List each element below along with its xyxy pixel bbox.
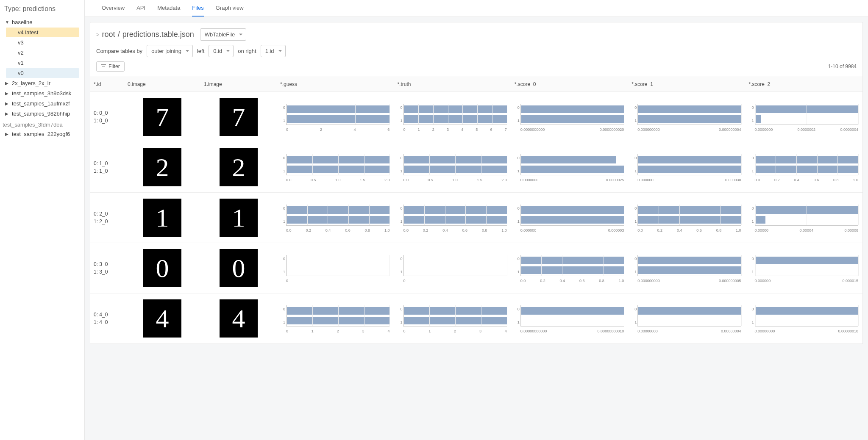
- mini-bar-chart[interactable]: 010.0000000.000030: [632, 152, 742, 182]
- chart-xtick: 4: [354, 127, 356, 132]
- image-0-cell[interactable]: 7: [124, 92, 200, 142]
- mini-bar-chart[interactable]: 010246: [280, 102, 390, 132]
- mini-bar-chart[interactable]: 010.00.20.40.60.81.0: [515, 253, 625, 283]
- bar-series-0: [638, 257, 741, 264]
- digit-image: 7: [220, 98, 258, 136]
- column-header[interactable]: 1.image: [200, 77, 277, 91]
- chart-ytick: 1: [281, 270, 285, 274]
- tree-group[interactable]: ▶test_samples_1aufmxzf: [2, 99, 81, 108]
- mini-bar-chart[interactable]: 010.00000000.0000025: [515, 152, 625, 182]
- id-cell: 0: 2_01: 2_0: [90, 204, 124, 231]
- tab-api[interactable]: API: [136, 0, 145, 17]
- mini-bar-chart[interactable]: 010.000000000.00000010: [749, 304, 859, 333]
- image-1-cell[interactable]: 4: [200, 293, 277, 343]
- tree-group[interactable]: ▶test_samples_982bhhip: [2, 109, 81, 119]
- mini-bar-chart[interactable]: 010.0000000.000003: [515, 203, 625, 232]
- score_2-cell: 010.00000000.00000020.0000004: [746, 96, 862, 138]
- tree-group[interactable]: ▶2x_layers_2x_lr: [2, 78, 81, 88]
- mini-bar-chart[interactable]: 010.00.51.01.52.0: [280, 152, 390, 182]
- tab-graph-view[interactable]: Graph view: [216, 0, 244, 17]
- image-1-cell[interactable]: 2: [200, 142, 277, 192]
- join-select[interactable]: outer joining: [147, 45, 193, 57]
- chart-ytick: 1: [750, 169, 754, 173]
- right-key-select[interactable]: 1.id: [261, 45, 286, 57]
- image-0-cell[interactable]: 2: [124, 142, 200, 192]
- chart-ytick: 0: [632, 105, 637, 110]
- tab-files[interactable]: Files: [192, 0, 203, 17]
- mini-bar-chart[interactable]: 010.00.20.40.60.81.0: [397, 203, 507, 232]
- mini-bar-chart[interactable]: 010.00.20.40.60.81.0: [632, 203, 742, 232]
- tab-overview[interactable]: Overview: [102, 0, 125, 17]
- column-header[interactable]: 0.image: [124, 77, 200, 91]
- tree-leaf[interactable]: v0: [6, 68, 79, 78]
- chart-xtick: 0.4: [326, 228, 331, 232]
- mini-bar-chart[interactable]: 010.0000000000.000000005: [632, 253, 742, 283]
- tab-metadata[interactable]: Metadata: [157, 0, 180, 17]
- column-header[interactable]: *.guess: [277, 77, 394, 91]
- mini-bar-chart[interactable]: 010.0000000000.000000004: [632, 102, 742, 132]
- column-header[interactable]: *.score_1: [628, 77, 745, 91]
- chart-ytick: 1: [632, 169, 637, 173]
- image-1-cell[interactable]: 0: [200, 243, 277, 293]
- chart-xtick: 1.0: [335, 178, 341, 182]
- image-0-cell[interactable]: 1: [124, 193, 200, 243]
- mini-bar-chart[interactable]: 010.00.20.40.60.81.0: [749, 152, 859, 182]
- bar-series-0: [403, 105, 506, 113]
- chart-xtick: 0.8: [833, 178, 839, 182]
- id-cell: 0: 3_01: 3_0: [90, 255, 124, 282]
- chart-ytick: 0: [281, 156, 285, 160]
- tree-group[interactable]: ▶test_samples_3h9o3dsk: [2, 89, 81, 98]
- bar-series-1: [638, 216, 741, 224]
- mini-bar-chart[interactable]: 010.0000000.000015: [749, 253, 859, 283]
- chart-ytick: 0: [515, 156, 520, 160]
- chart-xtick: 1.5: [477, 178, 482, 182]
- guess-cell: 010: [277, 247, 394, 289]
- image-1-cell[interactable]: 7: [200, 92, 277, 142]
- chart-body: [637, 305, 741, 327]
- image-0-cell[interactable]: 0: [124, 243, 200, 293]
- tree-group-label: baseline: [12, 19, 32, 25]
- tree-group[interactable]: ▼baseline: [2, 17, 81, 27]
- column-header[interactable]: *.score_0: [511, 77, 628, 91]
- left-key-select[interactable]: 0.id: [209, 45, 234, 57]
- column-header[interactable]: *.score_2: [746, 77, 862, 91]
- tree-group[interactable]: ▶test_samples_222yogf6: [2, 129, 81, 139]
- chart-xtick: 0.00000000: [637, 329, 658, 333]
- chart-xtick: 0.00000010: [838, 329, 858, 333]
- filetype-select[interactable]: WbTableFile: [200, 28, 247, 41]
- digit-image: 1: [143, 199, 181, 237]
- column-header[interactable]: *.truth: [394, 77, 511, 91]
- mini-bar-chart[interactable]: 0101234: [280, 304, 390, 333]
- caret-right-icon: ▶: [5, 132, 9, 136]
- column-header[interactable]: *.id: [90, 77, 124, 91]
- mini-bar-chart[interactable]: 010.00.20.40.60.81.0: [280, 203, 390, 232]
- id-cell: 0: 1_01: 1_0: [90, 154, 124, 181]
- mini-bar-chart[interactable]: 0101234: [397, 304, 507, 333]
- chart-ytick: 0: [632, 307, 637, 311]
- chart-xaxis: 0.00.20.40.60.81.0: [520, 279, 624, 283]
- tree-leaf[interactable]: v3: [6, 38, 79, 47]
- mini-bar-chart[interactable]: 0101234567: [397, 102, 507, 132]
- mini-bar-chart[interactable]: 010.00.51.01.52.0: [397, 152, 507, 182]
- mini-bar-chart[interactable]: 010.00000000.00000020.0000004: [749, 102, 859, 132]
- chart-xtick: 0.0000002: [798, 127, 816, 132]
- tree-leaf[interactable]: v2: [6, 48, 79, 58]
- mini-bar-chart[interactable]: 010.000000.000040.00008: [749, 203, 859, 232]
- tree-leaf[interactable]: v4 latest: [6, 28, 79, 37]
- chart-xaxis: 0.00000000.0000025: [520, 178, 624, 182]
- mini-bar-chart[interactable]: 010: [280, 253, 390, 283]
- filter-button[interactable]: Filter: [96, 61, 125, 72]
- breadcrumb[interactable]: > root / predictions.table.json: [96, 30, 194, 39]
- score_1-cell: 010.0000000000.000000005: [628, 247, 745, 289]
- mini-bar-chart[interactable]: 010.000000000.00000004: [632, 304, 742, 333]
- mini-bar-chart[interactable]: 010.00000000000.0000000020: [515, 102, 625, 132]
- breadcrumb-root: root: [102, 30, 115, 39]
- breadcrumb-caret: >: [96, 31, 100, 38]
- mini-bar-chart[interactable]: 010.000000000000.00000000010: [515, 304, 625, 333]
- tree-leaf[interactable]: v1: [6, 58, 79, 68]
- bar-series-0: [638, 156, 741, 163]
- image-0-cell[interactable]: 4: [124, 293, 200, 343]
- chart-xtick: 0: [403, 329, 405, 333]
- image-1-cell[interactable]: 1: [200, 193, 277, 243]
- mini-bar-chart[interactable]: 010: [397, 253, 507, 283]
